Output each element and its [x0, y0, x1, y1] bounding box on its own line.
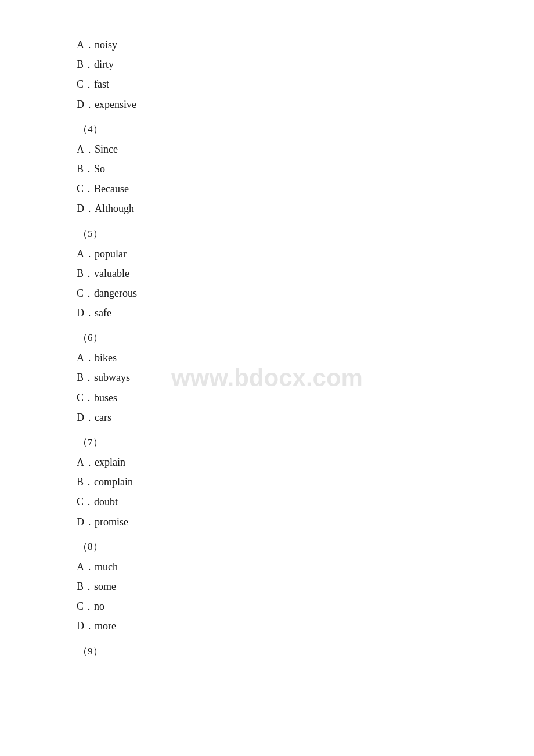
q8-option-d: D．more	[75, 616, 459, 636]
question-number-6: （6）	[75, 331, 459, 344]
question-number-5: （5）	[75, 227, 459, 240]
question-number-9: （9）	[75, 645, 459, 658]
q4-option-a: A．Since	[75, 139, 459, 159]
q6-option-a: A．bikes	[75, 348, 459, 368]
q6-option-d: D．cars	[75, 408, 459, 427]
question-group-8: （8） A．much B．some C．no D．more	[75, 540, 459, 636]
question-number-4: （4）	[75, 123, 459, 136]
q8-option-a: A．much	[75, 557, 459, 577]
question-number-8: （8）	[75, 540, 459, 553]
q4-option-c: C．Because	[75, 179, 459, 199]
q7-option-d: D．promise	[75, 512, 459, 532]
q4-option-d: D．Although	[75, 199, 459, 218]
q5-option-d: D．safe	[75, 303, 459, 323]
option-d-expensive: D．expensive	[75, 95, 459, 114]
question-group-7: （7） A．explain B．complain C．doubt D．promi…	[75, 435, 459, 532]
option-c-fast: C．fast	[75, 74, 459, 94]
page-content: A．noisy B．dirty C．fast D．expensive （4） A…	[0, 0, 534, 697]
q8-option-b: B．some	[75, 577, 459, 596]
option-a-noisy: A．noisy	[75, 35, 459, 55]
question-group-continuation: A．noisy B．dirty C．fast D．expensive	[75, 35, 459, 114]
q6-option-b: B．subways	[75, 368, 459, 387]
question-group-4: （4） A．Since B．So C．Because D．Although	[75, 123, 459, 219]
question-group-5: （5） A．popular B．valuable C．dangerous D．s…	[75, 227, 459, 323]
q7-option-a: A．explain	[75, 452, 459, 472]
option-b-dirty: B．dirty	[75, 55, 459, 74]
q5-option-c: C．dangerous	[75, 283, 459, 303]
q4-option-b: B．So	[75, 159, 459, 179]
q8-option-c: C．no	[75, 596, 459, 616]
q7-option-c: C．doubt	[75, 492, 459, 512]
q5-option-b: B．valuable	[75, 264, 459, 283]
question-number-7: （7）	[75, 435, 459, 449]
question-group-9: （9）	[75, 645, 459, 658]
question-group-6: （6） A．bikes B．subways C．buses D．cars	[75, 331, 459, 427]
q6-option-c: C．buses	[75, 388, 459, 408]
q7-option-b: B．complain	[75, 472, 459, 492]
q5-option-a: A．popular	[75, 244, 459, 264]
